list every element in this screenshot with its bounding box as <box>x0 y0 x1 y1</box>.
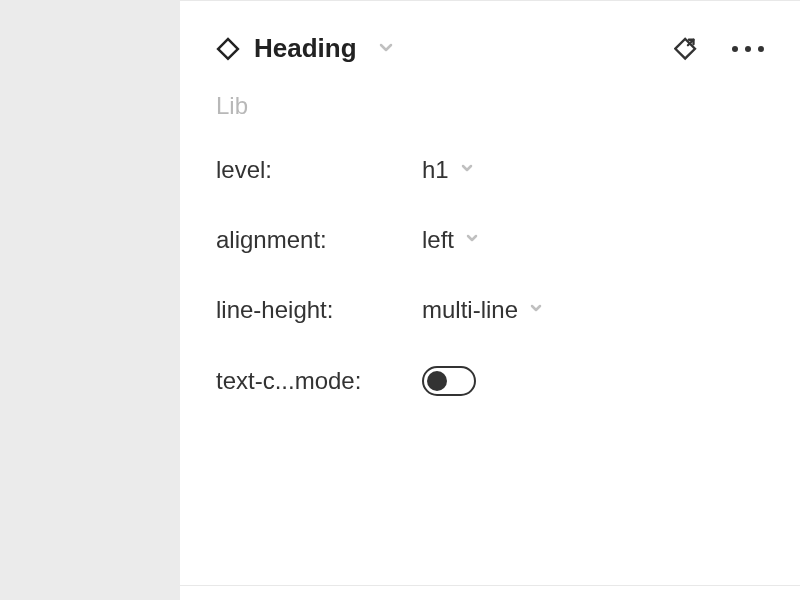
edit-icon[interactable] <box>674 36 700 62</box>
prop-text-mode-toggle[interactable] <box>422 366 476 396</box>
toggle-switch[interactable] <box>422 366 476 396</box>
prop-value: multi-line <box>422 296 518 324</box>
prop-label: text-c...mode: <box>216 367 422 395</box>
prop-label: alignment: <box>216 226 422 254</box>
header-left: Heading <box>216 33 674 64</box>
section-label: Lib <box>180 92 800 120</box>
properties-list: level: h1 alignment: left <box>180 156 800 396</box>
component-title: Heading <box>254 33 357 64</box>
chevron-down-icon <box>464 230 480 250</box>
prop-label: level: <box>216 156 422 184</box>
toggle-knob <box>427 371 447 391</box>
chevron-down-icon <box>459 160 475 180</box>
chevron-down-icon[interactable] <box>377 38 395 60</box>
prop-alignment: alignment: left <box>216 226 764 254</box>
component-icon <box>216 37 240 61</box>
prop-level-select[interactable]: h1 <box>422 156 475 184</box>
prop-line-height-select[interactable]: multi-line <box>422 296 544 324</box>
header: Heading <box>180 33 800 64</box>
sidebar <box>0 0 180 600</box>
more-icon[interactable] <box>732 46 764 52</box>
prop-line-height: line-height: multi-line <box>216 296 764 324</box>
prop-value: h1 <box>422 156 449 184</box>
divider <box>180 585 800 586</box>
prop-level: level: h1 <box>216 156 764 184</box>
prop-text-mode: text-c...mode: <box>216 366 764 396</box>
prop-value: left <box>422 226 454 254</box>
chevron-down-icon <box>528 300 544 320</box>
prop-label: line-height: <box>216 296 422 324</box>
prop-alignment-select[interactable]: left <box>422 226 480 254</box>
main-panel: Heading Lib lev <box>180 0 800 600</box>
header-right <box>674 36 764 62</box>
svg-rect-0 <box>218 39 238 59</box>
